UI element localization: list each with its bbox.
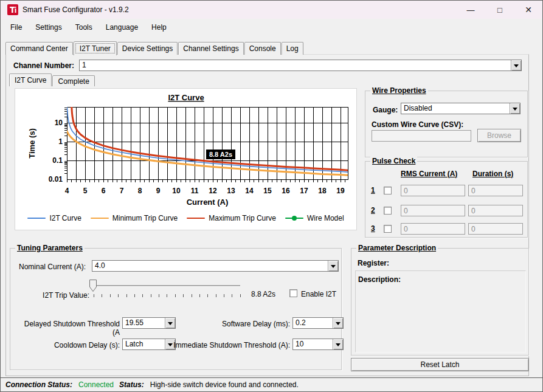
- channel-number-select[interactable]: 1: [79, 60, 522, 71]
- legend-swatch: [27, 218, 46, 219]
- svg-text:7: 7: [120, 187, 124, 195]
- maximize-button[interactable]: □: [486, 1, 514, 19]
- svg-text:6: 6: [102, 187, 106, 195]
- i2t-trip-value: 8.8 A2s: [251, 290, 275, 298]
- svg-text:0.01: 0.01: [49, 175, 63, 184]
- legend-label: Maximum Trip Curve: [209, 214, 276, 222]
- close-button[interactable]: ✕: [514, 1, 542, 19]
- chart-annotation: 8.8 A2s: [206, 150, 235, 159]
- nominal-current-select[interactable]: 4.0: [92, 260, 339, 272]
- slider-tick: [192, 294, 192, 297]
- slider-tick: [232, 294, 232, 297]
- rms-current-header: RMS Current (A): [401, 170, 457, 178]
- immediate-shutdown-select[interactable]: 10: [292, 339, 344, 350]
- slider-tick: [159, 294, 159, 297]
- legend-swatch: [187, 218, 205, 219]
- tuning-parameters-group: Tuning Parameters Nominal Current (A): 4…: [10, 248, 342, 370]
- parameter-description-group: Parameter Description Register: Descript…: [351, 248, 529, 356]
- svg-text:8: 8: [138, 187, 142, 195]
- slider-tick: [94, 294, 94, 297]
- pulse-row-1-label: 1: [371, 186, 375, 194]
- legend-item: Maximum Trip Curve: [187, 214, 276, 222]
- pulse-row-3-checkbox[interactable]: [384, 225, 392, 233]
- svg-text:9: 9: [156, 187, 161, 195]
- chevron-down-icon[interactable]: [333, 339, 343, 349]
- chart-grid: [64, 107, 348, 182]
- svg-text:4: 4: [65, 187, 69, 195]
- svg-text:17: 17: [300, 187, 308, 195]
- tab-device-settings[interactable]: Device Settings: [117, 42, 178, 55]
- menu-settings[interactable]: Settings: [29, 21, 68, 34]
- duration-header: Duration (s): [472, 170, 513, 178]
- browse-button: Browse: [477, 129, 521, 142]
- main-tab-strip: Command Center I2T Tuner Device Settings…: [5, 41, 304, 55]
- gauge-label: Gauge:: [373, 106, 398, 114]
- subtab-i2t-curve[interactable]: I2T Curve: [9, 74, 52, 86]
- legend-swatch: [285, 218, 303, 219]
- subtab-complete[interactable]: Complete: [52, 75, 94, 86]
- chart-legend: I2T CurveMinimum Trip CurveMaximum Trip …: [15, 214, 356, 222]
- legend-swatch: [91, 218, 109, 219]
- enable-i2t-label: Enable I2T: [301, 290, 336, 298]
- tab-command-center[interactable]: Command Center: [5, 42, 73, 55]
- pulse-row-1-checkbox[interactable]: [384, 187, 392, 194]
- i2t-trip-value-label: I2T Trip Value:: [19, 291, 89, 300]
- slider-tick: [134, 294, 135, 297]
- reset-latch-button[interactable]: Reset Latch: [351, 358, 529, 371]
- svg-text:18: 18: [318, 187, 327, 195]
- channel-number-label: Channel Number:: [13, 61, 74, 70]
- svg-text:16: 16: [282, 187, 290, 195]
- cooldown-delay-label: Cooldown Delay (s):: [15, 341, 120, 349]
- chart-title: I2T Curve: [168, 93, 204, 102]
- enable-i2t-checkbox[interactable]: [289, 289, 297, 297]
- svg-text:14: 14: [245, 187, 254, 195]
- legend-label: Minimum Trip Curve: [112, 214, 178, 222]
- menu-file[interactable]: File: [4, 21, 29, 34]
- tab-channel-settings[interactable]: Channel Settings: [178, 42, 243, 55]
- tab-i2t-tuner[interactable]: I2T Tuner: [74, 41, 117, 55]
- tab-log[interactable]: Log: [282, 42, 303, 55]
- slider-tick: [167, 294, 167, 297]
- legend-label: Wire Model: [307, 214, 344, 222]
- menu-help[interactable]: Help: [145, 21, 173, 34]
- app-window: Smart Fuse Configurator - v1.9.2 — □ ✕ F…: [0, 0, 543, 392]
- legend-label: I2T Curve: [49, 214, 81, 222]
- pulse-row-2-label: 2: [371, 206, 375, 215]
- svg-text:5: 5: [83, 187, 88, 195]
- i2t-trip-slider-ticks: [94, 294, 241, 297]
- description-label: Description:: [358, 275, 401, 284]
- connection-status-label: Connection Status:: [5, 380, 72, 389]
- chevron-down-icon[interactable]: [333, 318, 343, 328]
- wire-properties-title: Wire Properties: [370, 86, 428, 95]
- custom-wire-curve-label: Custom Wire Curve (CSV):: [372, 120, 463, 129]
- chart-xlabel: Current (A): [187, 198, 229, 207]
- curve-tab-strip: I2T Curve Complete: [9, 72, 95, 86]
- svg-text:11: 11: [191, 187, 199, 195]
- status-message: High-side switch device found and connec…: [150, 380, 299, 389]
- wire-properties-group: Wire Properties Gauge: Disabled Custom W…: [365, 91, 528, 157]
- menu-language[interactable]: Language: [99, 21, 145, 34]
- slider-tick: [118, 294, 119, 297]
- i2t-trip-slider-track[interactable]: [94, 285, 240, 286]
- immediate-shutdown-value: 10: [293, 339, 333, 349]
- i2t-tuner-page: Channel Number: 1 I2T Curve Complete I2T…: [5, 54, 529, 376]
- chevron-down-icon[interactable]: [511, 60, 521, 70]
- chevron-down-icon[interactable]: [328, 261, 338, 271]
- i2t-trip-slider-thumb[interactable]: [89, 280, 97, 292]
- chevron-down-icon[interactable]: [510, 103, 520, 114]
- gauge-value: Disabled: [401, 103, 510, 114]
- software-delay-select[interactable]: 0.2: [292, 317, 344, 329]
- pulse-row-1-duration-input: 0: [468, 185, 523, 196]
- tab-console[interactable]: Console: [244, 42, 281, 55]
- pulse-row-2-duration-input: 0: [468, 205, 523, 216]
- window-title: Smart Fuse Configurator - v1.9.2: [22, 5, 129, 14]
- pulse-row-2-checkbox[interactable]: [384, 207, 392, 215]
- menu-tools[interactable]: Tools: [69, 21, 99, 34]
- minimize-button[interactable]: —: [457, 1, 485, 19]
- svg-text:10: 10: [172, 187, 181, 195]
- pulse-row-3-rms-input: 0: [401, 223, 465, 235]
- svg-text:15: 15: [263, 187, 272, 195]
- gauge-select[interactable]: Disabled: [401, 103, 521, 114]
- slider-tick: [224, 294, 224, 297]
- i2t-chart: I2T Curve Time (s) Current (A) 456789101…: [15, 89, 358, 231]
